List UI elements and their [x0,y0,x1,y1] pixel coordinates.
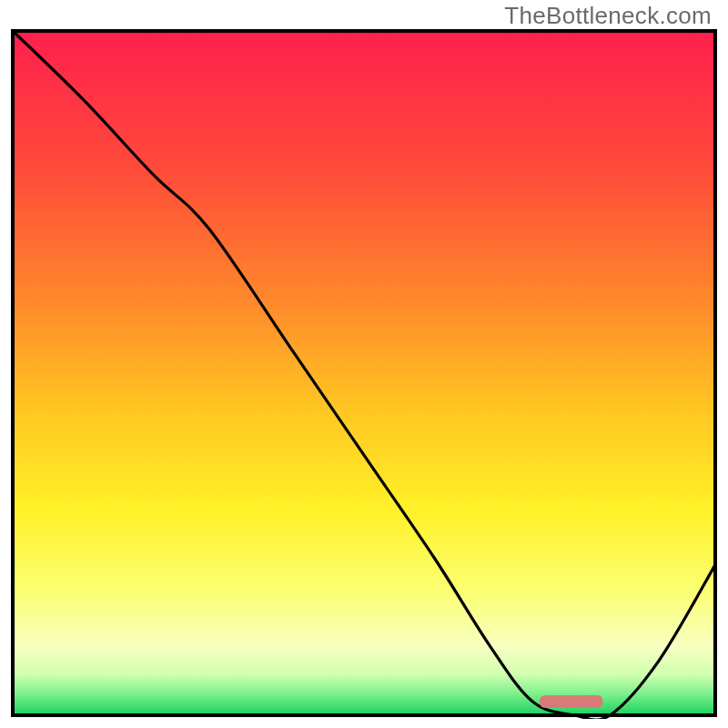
chart-container: TheBottleneck.com [0,0,728,728]
chart-background [13,31,715,715]
watermark-text: TheBottleneck.com [504,2,712,30]
optimum-marker [540,695,603,708]
chart-svg [9,27,719,719]
plot-area [9,27,719,719]
